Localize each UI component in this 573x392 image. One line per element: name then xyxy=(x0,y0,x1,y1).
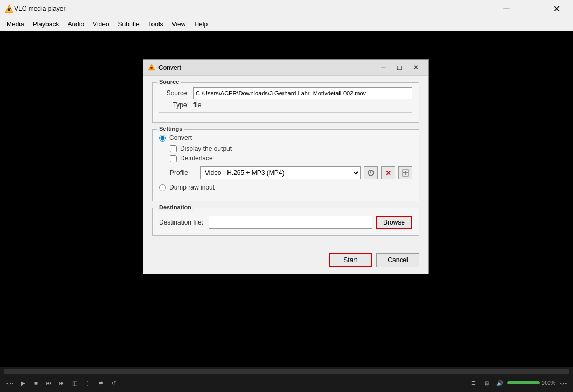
shuffle-button[interactable]: ⇄ xyxy=(95,377,106,388)
extended-button[interactable]: ⊞ xyxy=(481,377,492,388)
dump-raw-row: Dump raw input xyxy=(159,184,412,191)
profile-select[interactable]: Video - H.265 + MP3 (MP4) xyxy=(200,166,361,179)
dialog-close-button[interactable]: ✕ xyxy=(408,61,424,74)
source-type-row: Type: file xyxy=(159,101,412,109)
convert-radio[interactable] xyxy=(159,135,166,142)
menu-video[interactable]: Video xyxy=(88,18,113,30)
title-bar: VLC media player ─ □ ✕ xyxy=(0,0,573,17)
type-value: file xyxy=(193,101,201,109)
minimize-button[interactable]: ─ xyxy=(494,0,519,17)
cancel-button[interactable]: Cancel xyxy=(376,253,419,267)
frame-prev-button[interactable]: ◫ xyxy=(70,377,80,388)
dialog-title-bar: Convert ─ □ ✕ xyxy=(143,60,428,76)
destination-file-row: Destination file: Browse xyxy=(159,216,412,229)
playlist-button[interactable]: ☰ xyxy=(468,377,479,388)
dump-raw-label: Dump raw input xyxy=(169,184,215,191)
source-group-title: Source xyxy=(157,79,181,85)
bottom-bar: -:-- ▶ ■ ⏮ ⏭ ◫ ⋮ ⇄ ↺ ☰ ⊞ 🔊 100% -:-- xyxy=(0,367,573,392)
dialog-body: Source Source: Type: file Settings Conve… xyxy=(143,76,428,249)
source-file-row: Source: xyxy=(159,87,412,99)
menu-playback[interactable]: Playback xyxy=(29,18,64,30)
close-button[interactable]: ✕ xyxy=(544,0,569,17)
volume-control: 🔊 100% xyxy=(494,377,556,388)
convert-dialog: Convert ─ □ ✕ Source Source: Type: file … xyxy=(143,59,429,274)
dest-file-label: Destination file: xyxy=(159,219,203,226)
menu-media[interactable]: Media xyxy=(2,18,29,30)
source-divider xyxy=(159,112,412,113)
convert-radio-label: Convert xyxy=(169,134,192,142)
destination-group: Destination Destination file: Browse xyxy=(152,208,419,236)
new-profile-button[interactable] xyxy=(398,166,412,179)
delete-profile-button[interactable]: ✕ xyxy=(381,166,395,179)
start-button[interactable]: Start xyxy=(329,253,372,267)
volume-label: 100% xyxy=(542,380,556,386)
dump-raw-radio[interactable] xyxy=(159,184,166,191)
next-button[interactable]: ⏭ xyxy=(57,377,67,388)
play-button[interactable]: ▶ xyxy=(18,377,29,388)
deinterlace-checkbox[interactable] xyxy=(170,155,177,162)
display-output-label: Display the output xyxy=(180,145,232,152)
dialog-maximize-button[interactable]: □ xyxy=(391,61,408,74)
volume-slider[interactable] xyxy=(507,381,540,384)
prev-button[interactable]: ⏮ xyxy=(44,377,54,388)
convert-radio-row: Convert xyxy=(159,134,412,142)
settings-group: Settings Convert Display the output Dein… xyxy=(152,129,419,201)
source-file-input[interactable] xyxy=(193,87,412,99)
edit-profile-button[interactable] xyxy=(364,166,378,179)
display-output-row: Display the output xyxy=(170,145,412,152)
dialog-footer: Start Cancel xyxy=(143,249,428,274)
svg-rect-5 xyxy=(150,67,152,69)
menu-help[interactable]: Help xyxy=(190,18,212,30)
frame-next-button[interactable]: ⋮ xyxy=(82,377,93,388)
profile-row: Profile Video - H.265 + MP3 (MP4) ✕ xyxy=(170,166,412,179)
settings-group-title: Settings xyxy=(157,125,184,132)
destination-group-title: Destination xyxy=(157,204,194,211)
app-title: VLC media player xyxy=(14,5,494,12)
deinterlace-row: Deinterlace xyxy=(170,155,412,162)
dialog-vlc-icon xyxy=(148,63,155,72)
menu-view[interactable]: View xyxy=(168,18,190,30)
display-output-checkbox[interactable] xyxy=(170,145,177,152)
repeat-button[interactable]: ↺ xyxy=(108,377,119,388)
menu-tools[interactable]: Tools xyxy=(144,18,168,30)
svg-rect-2 xyxy=(8,9,10,11)
mute-button[interactable]: 🔊 xyxy=(494,377,505,388)
playback-controls: -:-- ▶ ■ ⏮ ⏭ ◫ ⋮ ⇄ ↺ ☰ ⊞ 🔊 100% -:-- xyxy=(0,374,573,392)
stop-button[interactable]: ■ xyxy=(31,377,42,388)
dialog-window-controls: ─ □ ✕ xyxy=(375,61,424,74)
time-remaining: -:-- xyxy=(560,380,567,386)
window-controls: ─ □ ✕ xyxy=(494,0,569,17)
deinterlace-label: Deinterlace xyxy=(180,155,213,162)
menu-audio[interactable]: Audio xyxy=(63,18,88,30)
profile-label: Profile xyxy=(170,169,197,177)
svg-point-8 xyxy=(370,174,371,175)
seek-bar[interactable] xyxy=(4,369,569,374)
time-elapsed: -:-- xyxy=(6,380,13,386)
menu-subtitle[interactable]: Subtitle xyxy=(114,18,144,30)
dialog-title: Convert xyxy=(158,64,375,72)
dialog-minimize-button[interactable]: ─ xyxy=(375,61,391,74)
maximize-button[interactable]: □ xyxy=(519,0,544,17)
destination-file-input[interactable] xyxy=(209,216,372,229)
app-icon xyxy=(4,4,14,13)
source-label: Source: xyxy=(159,89,189,97)
menu-bar: Media Playback Audio Video Subtitle Tool… xyxy=(0,17,573,31)
browse-button[interactable]: Browse xyxy=(376,216,412,229)
source-group: Source Source: Type: file xyxy=(152,82,419,123)
svg-rect-3 xyxy=(8,8,11,9)
type-label: Type: xyxy=(159,101,189,109)
